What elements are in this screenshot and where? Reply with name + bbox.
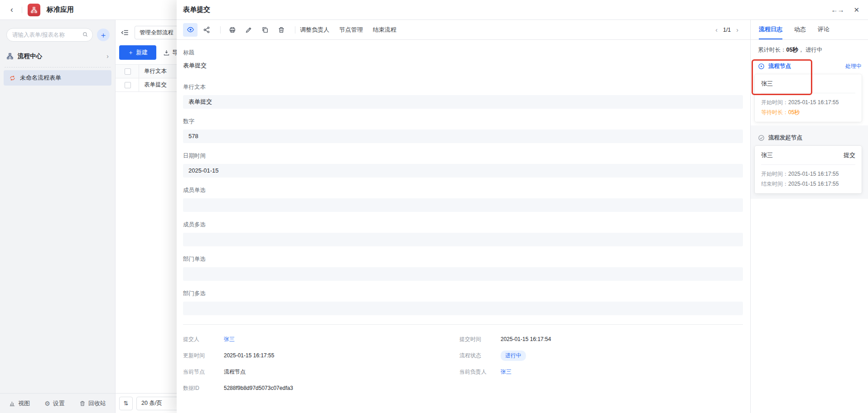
node-name: 流程节点 [768,62,791,70]
edit-button[interactable] [241,23,256,37]
field-label: 单行文本 [183,83,743,91]
group-label: 流程中心 [18,52,106,60]
node-name: 流程发起节点 [768,134,802,142]
meta-row-current-node: 当前节点 流程节点 [183,364,459,380]
form-field-number: 数字 578 [183,118,743,143]
play-circle-icon [758,63,765,70]
node-wait-row: 等待时长： 05秒 [761,107,855,117]
meta-row-submitter: 提交人 张三 [183,331,459,347]
tab-comments[interactable]: 评论 [818,20,829,39]
meta-label: 提交人 [183,336,218,343]
new-record-button[interactable]: ＋ 新建 [119,45,156,60]
meta-row-process-status: 流程状态 进行中 [459,347,743,364]
adjust-owner-button[interactable]: 调整负责人 [300,26,329,34]
prev-record-icon[interactable]: ‹ [715,26,718,34]
form-field-department-multi: 部门多选 [183,290,743,315]
field-value [183,233,743,246]
expand-drawer-icon[interactable]: ←→ [831,6,844,14]
node-time-row: 开始时间： 2025-01-15 16:17:55 [761,169,855,179]
log-tabs: 流程日志 动态 评论 [751,20,868,40]
add-form-button[interactable]: ＋ [97,29,110,41]
form-field-single-line-text: 单行文本 表单提交 [183,83,743,109]
header-divider [22,7,22,13]
tab-process-log[interactable]: 流程日志 [759,20,782,39]
wait-value: 05秒 [788,109,800,116]
recycle-bin-button[interactable]: 回收站 [79,399,106,408]
node-action: 提交 [844,151,855,159]
select-all-checkbox[interactable] [125,68,131,75]
search-input[interactable] [6,28,93,42]
field-label: 部门多选 [183,290,743,297]
field-label: 成员多选 [183,221,743,228]
field-value [183,198,743,212]
views-button[interactable]: 视图 [9,399,30,408]
time-label: 开始时间： [761,170,788,178]
node-status[interactable]: 处理中 [845,62,862,70]
meta-label: 当前节点 [183,368,218,376]
node-time-row: 开始时间： 2025-01-15 16:17:55 [761,97,855,107]
flow-scope-value: 管理全部流程 [140,29,174,37]
field-label: 日期时间 [183,152,743,159]
gear-icon: ⚙ [44,400,50,407]
node-time-row: 结束时间： 2025-01-15 16:17:55 [761,179,855,189]
close-drawer-icon[interactable]: ✕ [854,6,859,14]
start-node-header: 流程发起节点 [751,130,868,142]
share-button[interactable] [199,23,214,37]
record-form: 标题 表单提交 单行文本 表单提交 数字 578 日期时间 2025-01-15 [177,40,750,413]
copy-button[interactable] [258,23,272,37]
bar-chart-icon [9,400,15,407]
chevron-right-icon: › [106,53,109,60]
meta-row-updated-time: 更新时间 2025-01-15 16:17:55 [183,347,459,364]
tab-activity[interactable]: 动态 [794,20,806,39]
start-node-section: 流程发起节点 张三 提交 开始时间： 2025-01-15 16:17:55 [751,125,868,199]
meta-value: 2025-01-15 16:17:54 [501,336,551,342]
search-icon [82,31,88,39]
time-value: 2025-01-15 16:17:55 [788,181,839,187]
form-field-datetime: 日期时间 2025-01-15 [183,152,743,178]
sidebar-item-process-form[interactable]: 未命名流程表单 [4,70,111,86]
app-title: 标准应用 [47,5,74,14]
meta-label: 当前负责人 [459,368,495,376]
collapse-sidebar-icon[interactable] [121,29,129,37]
settings-label: 设置 [53,399,65,408]
summary-label: 累计时长： [758,47,786,53]
record-main-area: 调整负责人 节点管理 结束流程 ‹ 1/1 › 标题 表单提交 单行 [177,20,750,413]
field-label: 部门单选 [183,255,743,263]
row-height-button[interactable]: ⇅ [119,397,133,410]
form-field-department-single: 部门单选 [183,255,743,281]
views-label: 视图 [18,399,30,408]
meta-label: 数据ID [183,384,218,392]
settings-button[interactable]: ⚙ 设置 [44,399,65,408]
wait-label: 等待时长： [761,109,788,116]
field-value: 表单提交 [183,62,743,70]
form-field-member-multi: 成员多选 [183,221,743,246]
eye-icon [187,26,194,34]
sidebar-footer: 视图 ⚙ 设置 回收站 [0,393,115,413]
sidebar-group-process-center[interactable]: 流程中心 › [0,48,115,64]
back-button[interactable]: ‹ [6,5,17,15]
printer-icon [229,26,236,34]
view-mode-button[interactable] [183,23,198,37]
print-button[interactable] [225,23,240,37]
node-management-button[interactable]: 节点管理 [339,26,363,34]
field-value [183,302,743,315]
time-value: 2025-01-15 16:17:55 [788,171,839,177]
drawer-header: 表单提交 ←→ ✕ [177,0,868,20]
field-label: 数字 [183,118,743,125]
field-label: 成员单选 [183,187,743,194]
submitter-link[interactable]: 张三 [224,336,235,343]
end-process-button[interactable]: 结束流程 [373,26,396,34]
back-icon: ‹ [10,5,13,14]
row-checkbox[interactable] [125,82,131,88]
record-detail-drawer: 表单提交 ←→ ✕ [177,0,868,413]
delete-button[interactable] [274,23,289,37]
toolbar-divider [220,26,221,34]
next-record-icon[interactable]: › [736,26,738,34]
record-meta: 提交人 张三 更新时间 2025-01-15 16:17:55 当前节点 流程节… [183,325,743,396]
form-field-title: 标题 表单提交 [183,49,743,70]
field-value: 表单提交 [183,95,743,109]
plus-icon: ＋ [128,48,134,57]
owner-link[interactable]: 张三 [501,368,511,376]
process-node-header: 流程节点 处理中 [751,62,868,70]
field-value [183,267,743,281]
